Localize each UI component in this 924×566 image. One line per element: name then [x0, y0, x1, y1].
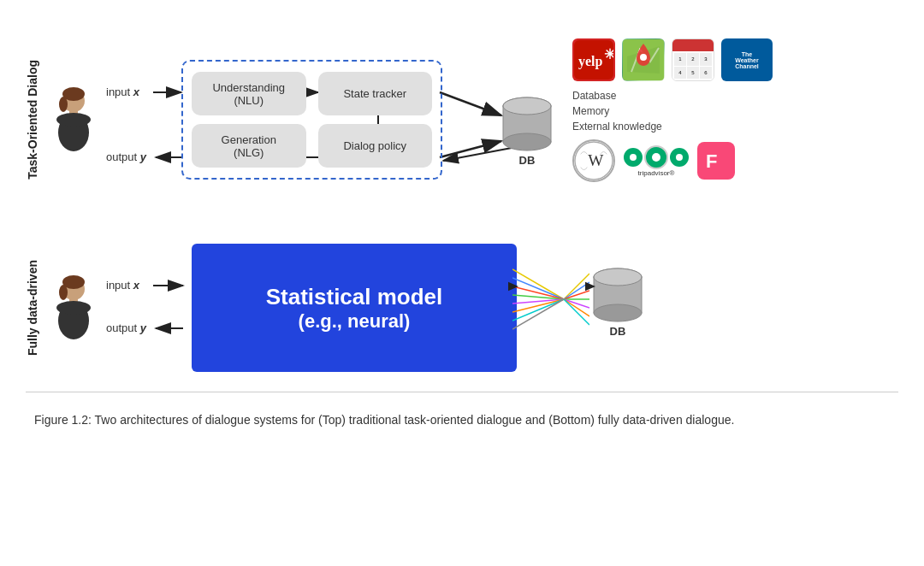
- knowledge-area: yelp ✳: [572, 38, 773, 182]
- nlu-box: Understanding (NLU): [192, 72, 306, 115]
- tripadvisor-icon: tripadvisor®: [624, 145, 689, 177]
- svg-point-59: [594, 304, 642, 321]
- wires-visual: [512, 252, 589, 355]
- top-section-label: Task-Oriented Dialog: [26, 60, 39, 180]
- svg-point-20: [503, 133, 551, 150]
- top-diagram: input x output y: [106, 34, 722, 205]
- separator: [26, 392, 898, 392]
- top-section: Task-Oriented Dialog: [26, 17, 898, 222]
- svg-point-36: [56, 301, 91, 315]
- weather-channel-icon: The Weather Channel: [721, 38, 773, 81]
- knowledge-icons-row2: W: [572, 139, 773, 182]
- foursquare-icon: F: [697, 142, 735, 180]
- bottom-section-label: Fully data-driven: [26, 260, 39, 356]
- tripadvisor-label: tripadvisor®: [638, 169, 675, 177]
- nlg-box: Generation (NLG): [192, 124, 306, 168]
- box-to-wires-arrow: [508, 261, 518, 312]
- svg-point-21: [503, 97, 551, 115]
- db-top: DB: [501, 94, 553, 167]
- db-top-label: DB: [519, 154, 536, 167]
- svg-point-2: [59, 97, 68, 112]
- svg-text:W: W: [588, 151, 604, 169]
- wikipedia-icon: W: [572, 139, 615, 182]
- svg-point-26: [640, 54, 647, 61]
- calendar-body: 1 2 3 4 5 6: [672, 51, 714, 80]
- bottom-diagram: input x output y Statistical model (e.g.…: [106, 239, 722, 376]
- calendar-header: [672, 39, 714, 51]
- svg-text:yelp: yelp: [578, 54, 603, 69]
- statistical-model-box: Statistical model (e.g., neural): [192, 244, 517, 372]
- svg-line-15: [440, 92, 501, 115]
- svg-line-42: [512, 269, 564, 299]
- svg-line-49: [512, 299, 564, 329]
- main-container: Task-Oriented Dialog: [0, 0, 924, 566]
- bottom-section: Fully data-driven input x: [26, 231, 898, 385]
- svg-text:input x: input x: [106, 85, 140, 98]
- knowledge-text-row: Database Memory External knowledge: [572, 88, 773, 134]
- avatar-top: [48, 85, 99, 154]
- db-cylinder-top: [501, 94, 553, 154]
- knowledge-icons-row1: yelp ✳: [572, 38, 773, 81]
- svg-text:input x: input x: [106, 279, 140, 292]
- svg-point-60: [594, 268, 642, 286]
- svg-text:output y: output y: [106, 321, 147, 334]
- svg-text:✳: ✳: [604, 47, 613, 62]
- avatar-bottom: [48, 274, 99, 342]
- db-bottom: DB: [592, 265, 643, 338]
- svg-text:F: F: [706, 150, 717, 172]
- svg-line-16: [440, 141, 501, 157]
- map-icon: [622, 38, 665, 81]
- svg-point-5: [56, 113, 91, 127]
- state-tracker-box: State tracker: [318, 72, 433, 115]
- svg-text:output y: output y: [106, 150, 147, 163]
- svg-point-33: [59, 285, 68, 300]
- dialog-policy-box: Dialog policy: [318, 124, 433, 168]
- db-cylinder-bottom: [592, 265, 643, 325]
- calendar-icon: 1 2 3 4 5 6: [672, 38, 714, 81]
- knowledge-labels: Database Memory External knowledge: [572, 88, 662, 134]
- db-bottom-label: DB: [610, 325, 626, 338]
- yelp-icon: yelp ✳: [572, 38, 615, 81]
- dashed-module-box: Understanding (NLU) State tracker Genera…: [181, 60, 442, 180]
- figure-caption: Figure 1.2: Two architectures of dialogu…: [26, 411, 898, 429]
- wires-to-db-arrow: [585, 261, 595, 312]
